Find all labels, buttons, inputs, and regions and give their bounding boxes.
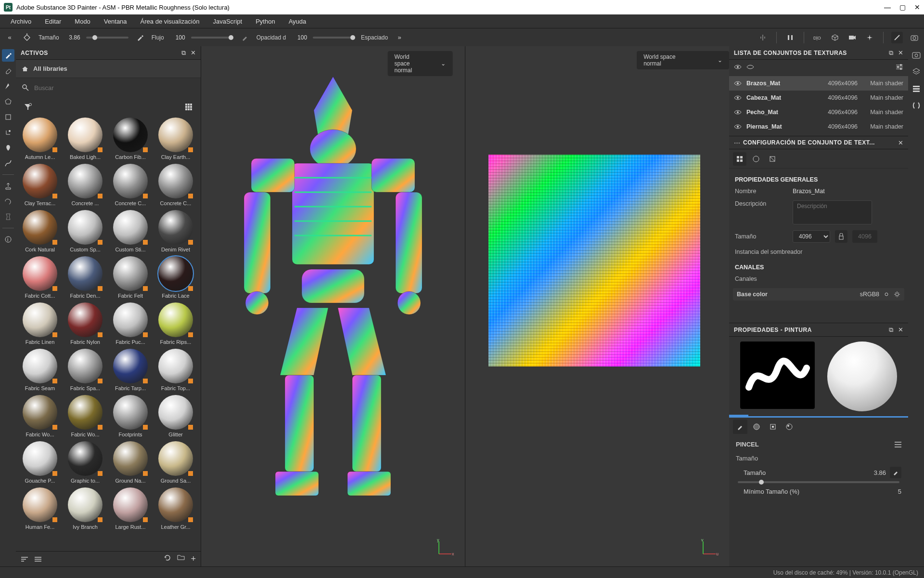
asset-item[interactable]: Fabric Linen <box>20 302 60 345</box>
menu-archivo[interactable]: Archivo <box>5 16 37 27</box>
stencil-tab[interactable] <box>766 420 780 434</box>
asset-item[interactable]: Fabric Tarp... <box>110 349 151 391</box>
flow-value[interactable]: 100 <box>167 34 185 41</box>
asset-item[interactable]: Ivy Branch <box>65 487 105 530</box>
texture-set-row[interactable]: Cabeza_Mat4096x4096Main shader <box>729 91 908 105</box>
close-icon[interactable]: ✕ <box>898 139 903 146</box>
alpha-tab[interactable] <box>749 420 764 434</box>
asset-item[interactable]: Ground Sa... <box>155 441 196 484</box>
size-slider[interactable] <box>86 37 128 39</box>
asset-item[interactable]: Fabric Top... <box>155 349 196 391</box>
opacity-slider[interactable] <box>313 37 355 39</box>
asset-item[interactable]: Concrete C... <box>155 164 196 206</box>
list-filter-1-icon[interactable] <box>21 556 28 563</box>
asset-item[interactable]: Ground Na... <box>110 441 151 484</box>
close-icon[interactable]: ✕ <box>898 326 903 334</box>
library-selector[interactable]: All libraries <box>16 60 201 78</box>
menu-ayuda[interactable]: Ayuda <box>283 16 312 27</box>
opacity-brush-icon[interactable] <box>239 32 251 43</box>
menu-área-de-visualización[interactable]: Área de visualización <box>135 16 205 27</box>
polygon-fill-tool[interactable] <box>2 95 14 108</box>
texture-set-row[interactable]: Pecho_Mat4096x4096Main shader <box>729 105 908 119</box>
asset-item[interactable]: Fabric Rips... <box>155 302 196 345</box>
asset-item[interactable]: Cork Natural <box>20 210 60 252</box>
assets-grid[interactable]: Autumn Le...Baked Ligh...Carbon Fib...Cl… <box>16 117 201 551</box>
material-tab[interactable] <box>782 420 796 434</box>
capture-icon[interactable] <box>912 51 921 59</box>
brush-presets-icon[interactable] <box>134 32 146 43</box>
flow-slider[interactable] <box>191 37 233 39</box>
menu-ventana[interactable]: Ventana <box>98 16 133 27</box>
folder-icon[interactable] <box>177 554 185 564</box>
asset-item[interactable]: Graphic to... <box>65 441 105 484</box>
name-value[interactable]: Brazos_Mat <box>793 188 825 195</box>
asset-item[interactable]: Custom Sti... <box>110 210 151 252</box>
asset-item[interactable]: Fabric Wo... <box>20 395 60 437</box>
popout-icon[interactable]: ⧉ <box>889 326 893 334</box>
hamburger-icon[interactable] <box>895 442 901 447</box>
info-icon[interactable]: i <box>2 233 14 246</box>
refresh-icon[interactable] <box>164 554 171 564</box>
asset-item[interactable]: Fabric Spa... <box>65 349 105 391</box>
texture-set-row[interactable]: Piernas_Mat4096x4096Main shader <box>729 119 908 134</box>
shader-icon[interactable] <box>912 101 921 110</box>
search-input[interactable] <box>34 84 195 92</box>
layers-icon[interactable] <box>912 67 921 76</box>
material-picker-tool[interactable] <box>2 142 14 154</box>
eye-icon[interactable] <box>734 124 742 130</box>
asset-item[interactable]: Autumn Le... <box>20 118 60 160</box>
colorspace-value[interactable]: sRGB8 <box>860 291 879 298</box>
asset-item[interactable]: Human Fe... <box>20 487 60 530</box>
asset-item[interactable]: Footprints <box>110 395 151 437</box>
gear-icon[interactable] <box>894 291 900 298</box>
close-icon[interactable]: ✕ <box>914 3 920 11</box>
asset-item[interactable]: Fabric Seam <box>20 349 60 391</box>
asset-item[interactable]: Gouache P... <box>20 441 60 484</box>
search-icon[interactable] <box>22 84 29 92</box>
asset-item[interactable]: Fabric Cott... <box>20 256 60 299</box>
size-select[interactable]: 4096 <box>793 230 830 243</box>
eye-icon[interactable] <box>734 80 742 86</box>
popout-icon[interactable]: ⧉ <box>181 49 186 57</box>
list-filter-2-icon[interactable] <box>34 556 42 563</box>
timer-icon[interactable] <box>2 210 14 223</box>
close-icon[interactable]: ✕ <box>191 49 196 57</box>
send-to-icon[interactable] <box>2 195 14 208</box>
visibility-solo-icon[interactable] <box>734 64 742 70</box>
history-back-icon[interactable]: « <box>4 32 15 43</box>
popout-icon[interactable]: ⧉ <box>889 49 893 57</box>
asset-item[interactable]: Glitter <box>155 395 196 437</box>
channels-icon[interactable] <box>912 85 921 92</box>
perspective-icon[interactable]: D|O <box>812 32 823 43</box>
export-icon[interactable] <box>2 180 14 192</box>
asset-item[interactable]: Fabric Wo... <box>65 395 105 437</box>
cube-icon[interactable] <box>829 32 841 43</box>
asset-item[interactable]: Concrete C... <box>110 164 151 206</box>
screenshot-icon[interactable] <box>909 32 920 43</box>
asset-item[interactable]: Denim Rivet <box>155 210 196 252</box>
viewport-3d[interactable]: World space normal ⌄ <box>201 46 465 566</box>
projection-tool[interactable] <box>2 80 14 92</box>
overflow-icon[interactable]: ⋯ <box>734 139 740 146</box>
asset-item[interactable]: Large Rust... <box>110 487 151 530</box>
minimize-icon[interactable]: — <box>884 3 891 11</box>
pause-icon[interactable] <box>784 32 796 43</box>
wand-icon[interactable] <box>891 32 903 43</box>
size-value[interactable]: 3.86 <box>62 34 80 41</box>
history-forward-icon[interactable]: » <box>394 32 405 43</box>
desc-input[interactable] <box>793 200 872 224</box>
opacity-value[interactable]: 100 <box>289 34 307 41</box>
texture-set-row[interactable]: Brazos_Mat4096x4096Main shader <box>729 76 908 91</box>
add-icon[interactable]: + <box>191 554 196 564</box>
paint-tool[interactable] <box>2 49 14 62</box>
maximize-icon[interactable]: ▢ <box>899 3 906 11</box>
cfg-tab-mesh[interactable] <box>749 152 763 166</box>
menu-modo[interactable]: Modo <box>69 16 96 27</box>
close-icon[interactable]: ✕ <box>898 49 903 57</box>
base-color-channel[interactable]: Base color <box>737 291 768 298</box>
menu-editar[interactable]: Editar <box>39 16 67 27</box>
smudge-tool[interactable] <box>2 111 14 123</box>
asset-item[interactable]: Fabric Lace <box>155 256 196 299</box>
projection-icon[interactable] <box>21 32 33 43</box>
home-icon[interactable] <box>22 66 28 72</box>
